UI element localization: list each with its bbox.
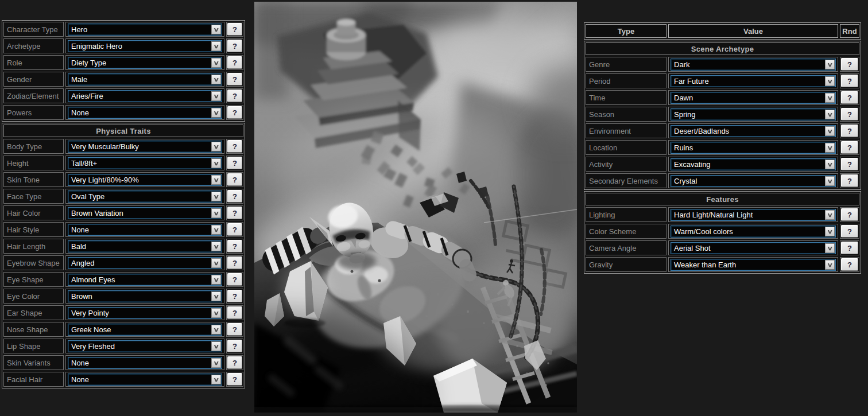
help-button[interactable]: ? [841, 208, 858, 221]
value-select[interactable]: Angled ∨ [68, 257, 222, 269]
value-select[interactable]: Almond Eyes ∨ [68, 274, 222, 286]
select-value: Aerial Shot [671, 244, 825, 252]
help-button[interactable]: ? [227, 56, 242, 69]
chevron-down-icon[interactable]: ∨ [211, 341, 221, 351]
value-select[interactable]: Bald ∨ [68, 240, 222, 252]
value-select[interactable]: Warm/Cool colors ∨ [671, 226, 836, 238]
value-select[interactable]: Brown Variation ∨ [68, 207, 222, 219]
chevron-down-icon[interactable]: ∨ [211, 58, 221, 68]
help-button[interactable]: ? [841, 108, 858, 120]
chevron-down-icon[interactable]: ∨ [825, 126, 835, 136]
help-button[interactable]: ? [227, 323, 242, 336]
value-select[interactable]: Male ∨ [68, 73, 222, 85]
chevron-down-icon[interactable]: ∨ [211, 291, 221, 301]
chevron-down-icon[interactable]: ∨ [825, 76, 835, 86]
value-select[interactable]: Very Muscular/Bulky ∨ [68, 141, 222, 153]
help-button[interactable]: ? [227, 256, 242, 269]
chevron-down-icon[interactable]: ∨ [825, 260, 835, 270]
chevron-down-icon[interactable]: ∨ [825, 60, 835, 69]
chevron-down-icon[interactable]: ∨ [211, 325, 221, 335]
chevron-down-icon[interactable]: ∨ [211, 108, 221, 118]
help-button[interactable]: ? [227, 223, 242, 236]
value-select[interactable]: Hero ∨ [68, 24, 222, 36]
help-button[interactable]: ? [841, 91, 858, 104]
chevron-down-icon[interactable]: ∨ [211, 142, 221, 151]
chevron-down-icon[interactable]: ∨ [825, 210, 835, 220]
value-select[interactable]: Enigmatic Hero ∨ [68, 40, 222, 52]
help-button[interactable]: ? [227, 90, 242, 102]
help-button[interactable]: ? [227, 290, 242, 302]
help-button[interactable]: ? [227, 273, 242, 286]
chevron-down-icon[interactable]: ∨ [211, 192, 221, 201]
help-button[interactable]: ? [227, 373, 242, 386]
value-select[interactable]: Greek Nose ∨ [68, 324, 222, 336]
value-select[interactable]: Hard Light/Natural Light ∨ [671, 209, 836, 221]
value-select[interactable]: Ruins ∨ [671, 142, 836, 154]
value-select[interactable]: None ∨ [68, 357, 222, 369]
chevron-down-icon[interactable]: ∨ [211, 41, 221, 51]
chevron-down-icon[interactable]: ∨ [211, 91, 221, 101]
help-button[interactable]: ? [227, 140, 242, 153]
chevron-down-icon[interactable]: ∨ [825, 110, 835, 119]
value-select[interactable]: Dark ∨ [671, 59, 836, 71]
help-button[interactable]: ? [841, 58, 858, 71]
value-select[interactable]: Excavating ∨ [671, 158, 836, 170]
value-select[interactable]: None ∨ [68, 374, 222, 386]
help-button[interactable]: ? [841, 158, 858, 170]
value-select[interactable]: Brown ∨ [68, 290, 222, 302]
chevron-down-icon[interactable]: ∨ [825, 160, 835, 169]
help-button[interactable]: ? [841, 242, 858, 254]
help-button[interactable]: ? [227, 240, 242, 252]
chevron-down-icon[interactable]: ∨ [211, 375, 221, 384]
value-select[interactable]: Desert/Badlands ∨ [671, 125, 836, 137]
chevron-down-icon[interactable]: ∨ [825, 143, 835, 153]
value-select[interactable]: Oval Type ∨ [68, 190, 222, 203]
help-button[interactable]: ? [227, 157, 242, 169]
value-select[interactable]: None ∨ [68, 107, 222, 119]
help-button[interactable]: ? [227, 190, 242, 203]
value-select[interactable]: None ∨ [68, 224, 222, 236]
help-button[interactable]: ? [227, 23, 242, 36]
chevron-down-icon[interactable]: ∨ [825, 176, 835, 186]
value-select[interactable]: Diety Type ∨ [68, 57, 222, 69]
help-button[interactable]: ? [841, 258, 858, 271]
chevron-down-icon[interactable]: ∨ [825, 243, 835, 253]
value-select[interactable]: Aries/Fire ∨ [68, 90, 222, 102]
help-button[interactable]: ? [227, 73, 242, 85]
value-select[interactable]: Very Light/80%-90% ∨ [68, 174, 222, 186]
value-select[interactable]: Far Future ∨ [671, 75, 836, 87]
chevron-down-icon[interactable]: ∨ [211, 225, 221, 235]
chevron-down-icon[interactable]: ∨ [211, 358, 221, 368]
help-button[interactable]: ? [227, 106, 242, 119]
help-button[interactable]: ? [227, 173, 242, 186]
chevron-down-icon[interactable]: ∨ [211, 175, 221, 185]
value-select[interactable]: Tall/8ft+ ∨ [68, 157, 222, 169]
help-button[interactable]: ? [227, 356, 242, 369]
chevron-down-icon[interactable]: ∨ [825, 93, 835, 103]
chevron-down-icon[interactable]: ∨ [211, 275, 221, 285]
chevron-down-icon[interactable]: ∨ [211, 158, 221, 168]
help-button[interactable]: ? [841, 225, 858, 238]
help-button[interactable]: ? [841, 75, 858, 87]
help-button[interactable]: ? [227, 340, 242, 352]
value-select[interactable]: Aerial Shot ∨ [671, 242, 836, 254]
chevron-down-icon[interactable]: ∨ [211, 308, 221, 318]
value-select[interactable]: Weaker than Earth ∨ [671, 259, 836, 271]
chevron-down-icon[interactable]: ∨ [211, 75, 221, 84]
value-select[interactable]: Very Fleshed ∨ [68, 340, 222, 352]
help-button[interactable]: ? [841, 141, 858, 154]
help-button[interactable]: ? [227, 207, 242, 219]
help-button[interactable]: ? [841, 125, 858, 137]
chevron-down-icon[interactable]: ∨ [211, 208, 221, 218]
value-select[interactable]: Dawn ∨ [671, 92, 836, 104]
value-select[interactable]: Spring ∨ [671, 108, 836, 120]
chevron-down-icon[interactable]: ∨ [825, 227, 835, 236]
help-button[interactable]: ? [841, 174, 858, 187]
help-button[interactable]: ? [227, 40, 242, 52]
chevron-down-icon[interactable]: ∨ [211, 258, 221, 268]
value-select[interactable]: Crystal ∨ [671, 175, 836, 187]
value-select[interactable]: Very Pointy ∨ [68, 307, 222, 319]
chevron-down-icon[interactable]: ∨ [211, 25, 221, 34]
chevron-down-icon[interactable]: ∨ [211, 242, 221, 251]
help-button[interactable]: ? [227, 306, 242, 319]
